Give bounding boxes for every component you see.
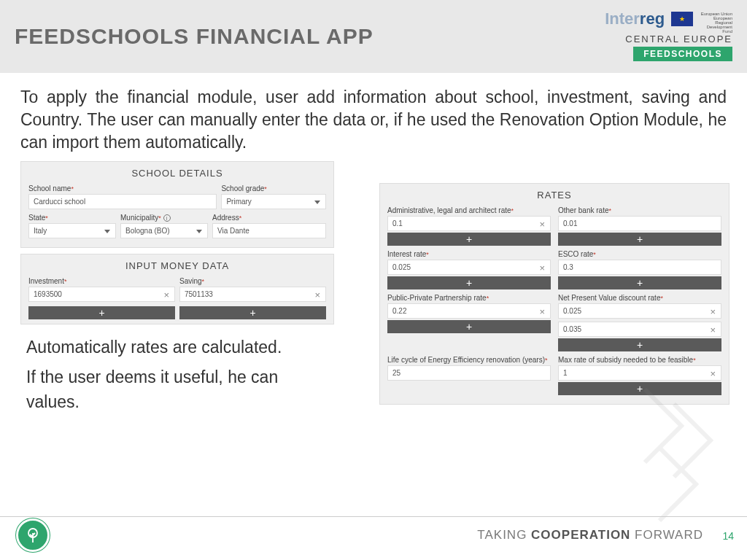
address-label: Address* xyxy=(212,214,326,222)
page-title: FEEDSCHOOLS FINANCIAL APP xyxy=(15,24,374,49)
school-panel-title: SCHOOL DETAILS xyxy=(28,168,326,179)
add-button[interactable]: + xyxy=(558,233,721,246)
investment-input[interactable]: 1693500× xyxy=(28,287,175,302)
chevron-decoration xyxy=(638,382,747,531)
add-button[interactable]: + xyxy=(387,276,551,289)
admin-rate-label: Administrative, legal and architect rate… xyxy=(387,206,551,214)
page-number: 14 xyxy=(722,530,734,542)
body-text-1: Automatically rates are calculated. xyxy=(26,335,334,360)
clear-icon[interactable]: × xyxy=(163,289,169,300)
add-investment-button[interactable]: + xyxy=(28,306,175,319)
other-bank-input[interactable]: 0.01 xyxy=(558,216,721,231)
clear-icon[interactable]: × xyxy=(710,306,716,317)
school-name-label: School name* xyxy=(28,184,217,192)
npv-rate-input-2[interactable]: 0.035× xyxy=(558,322,721,337)
footer-slogan: TAKING COOPERATION FORWARD xyxy=(477,528,703,542)
body-text-3: values. xyxy=(26,389,334,415)
school-name-input[interactable]: Carducci school xyxy=(28,194,217,209)
central-europe-label: CENTRAL EUROPE xyxy=(605,34,732,44)
ppp-rate-input[interactable]: 0.22× xyxy=(387,303,551,319)
life-cycle-input[interactable]: 25 xyxy=(387,365,551,381)
clear-icon[interactable]: × xyxy=(539,262,545,273)
header: FEEDSCHOOLS FINANCIAL APP Interreg Europ… xyxy=(0,0,747,73)
clear-icon[interactable]: × xyxy=(314,289,320,300)
footer: TAKING COOPERATION FORWARD 14 xyxy=(0,516,747,553)
interest-rate-label: Interest rate* xyxy=(387,250,551,258)
tree-badge-icon xyxy=(16,518,50,552)
interreg-logo: Interreg xyxy=(605,9,665,28)
municipality-label: Municipality* i xyxy=(120,214,208,222)
admin-rate-input[interactable]: 0.1× xyxy=(387,216,551,231)
state-label: State* xyxy=(28,214,116,222)
other-bank-label: Other bank rate* xyxy=(558,206,721,214)
municipality-select[interactable]: Bologna (BO) xyxy=(120,223,208,238)
interest-rate-input[interactable]: 0.025× xyxy=(387,260,551,275)
add-saving-button[interactable]: + xyxy=(179,306,326,319)
state-select[interactable]: Italy xyxy=(28,223,116,238)
eu-fund-text: European Union European Regional Develop… xyxy=(696,12,732,34)
clear-icon[interactable]: × xyxy=(710,324,716,335)
address-input[interactable]: Via Dante xyxy=(212,223,326,238)
rates-panel-title: RATES xyxy=(387,190,721,201)
school-details-panel: SCHOOL DETAILS School name* Carducci sch… xyxy=(20,161,334,248)
info-icon[interactable]: i xyxy=(163,214,171,222)
esco-rate-input[interactable]: 0.3 xyxy=(558,260,721,275)
logo-block: Interreg European Union European Regiona… xyxy=(605,12,732,61)
school-grade-select[interactable]: Primary xyxy=(221,194,326,209)
add-button[interactable]: + xyxy=(387,233,551,246)
money-panel-title: INPUT MONEY DATA xyxy=(28,260,326,271)
feedschools-badge: FEEDSCHOOLS xyxy=(633,47,732,61)
life-cycle-label: Life cycle of Energy Efficiency renovati… xyxy=(387,356,551,364)
add-button[interactable]: + xyxy=(558,276,721,289)
rates-panel: RATES Administrative, legal and architec… xyxy=(379,183,729,405)
clear-icon[interactable]: × xyxy=(539,306,545,317)
investment-label: Investment* xyxy=(28,277,175,285)
ppp-rate-label: Public-Private Partnership rate* xyxy=(387,294,551,302)
add-button[interactable]: + xyxy=(387,320,551,333)
input-money-panel: INPUT MONEY DATA Investment* 1693500× + … xyxy=(20,254,334,324)
saving-input[interactable]: 7501133× xyxy=(179,287,326,302)
body-text-2: If the user deems it useful, he can xyxy=(26,365,334,390)
max-subsidy-input[interactable]: 1× xyxy=(558,365,721,381)
eu-flag-icon xyxy=(671,12,693,26)
npv-rate-input-1[interactable]: 0.025× xyxy=(558,303,721,319)
esco-rate-label: ESCO rate* xyxy=(558,250,721,258)
clear-icon[interactable]: × xyxy=(710,368,716,379)
school-grade-label: School grade* xyxy=(221,184,326,192)
saving-label: Saving* xyxy=(179,277,326,285)
add-button[interactable]: + xyxy=(558,338,721,351)
intro-paragraph: To apply the financial module, user add … xyxy=(0,73,747,161)
clear-icon[interactable]: × xyxy=(539,219,545,230)
max-subsidy-label: Max rate of subsidy needed to be feasibl… xyxy=(558,356,721,364)
npv-rate-label: Net Present Value discount rate* xyxy=(558,294,721,302)
